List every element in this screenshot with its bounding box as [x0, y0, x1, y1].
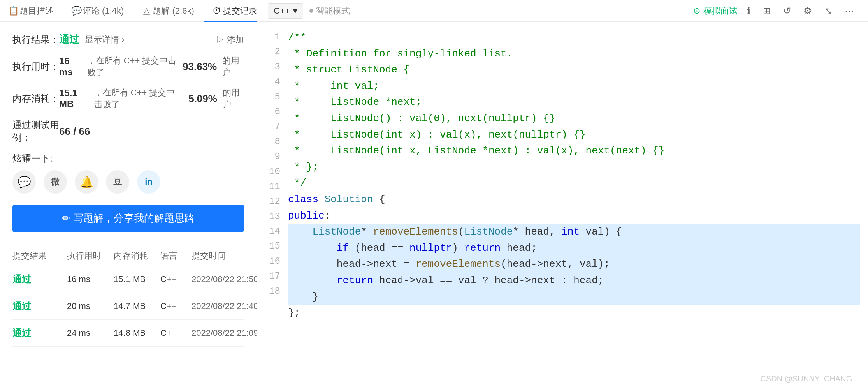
- code-line-11: class Solution {: [288, 192, 860, 208]
- code-line-14: if (head == nullptr) return head;: [288, 240, 860, 257]
- memory-suffix: 的用户: [223, 87, 244, 110]
- row3-result: 通过: [12, 327, 67, 339]
- lang-label: C++: [274, 6, 290, 16]
- code-editor[interactable]: 1 2 3 4 5 6 7 8 9 10 11 12 13 14 15 16 1…: [257, 22, 868, 388]
- time-value-container: 16 ms ，在所有 C++ 提交中击败了 93.63% 的用户: [59, 55, 244, 78]
- row1-result: 通过: [12, 273, 67, 286]
- col-result: 提交结果: [12, 250, 67, 262]
- table-header: 提交结果 执行用时 内存消耗 语言 提交时间 备注: [12, 246, 244, 266]
- memory-value: 15.1 MB: [59, 88, 89, 109]
- row3-date: 2022/08/22 21:09: [192, 328, 257, 338]
- code-line-1: /**: [288, 30, 860, 46]
- settings-icon[interactable]: ⚙: [800, 4, 815, 18]
- editor-toolbar: C++ ▾ 智能模式 ⊙ 模拟面试 ℹ ⊞ ↺ ⚙ ⤡ ⋯: [257, 0, 868, 22]
- ln-8: 8: [265, 134, 280, 149]
- col-time: 执行用时: [67, 250, 114, 262]
- submissions-icon: ⏱: [213, 7, 221, 15]
- expand-icon[interactable]: ⤡: [821, 4, 835, 18]
- ln-6: 6: [265, 104, 280, 119]
- share-notification-button[interactable]: 🔔: [75, 170, 98, 194]
- chevron-down-icon: ▾: [293, 6, 297, 16]
- ln-13: 13: [265, 209, 280, 224]
- tab-description[interactable]: 📋 题目描述: [0, 1, 63, 22]
- smart-mode-toggle[interactable]: 智能模式: [309, 5, 350, 17]
- share-icons-row: 💬 微 🔔 豆 in: [12, 170, 244, 194]
- col-date: 提交时间: [192, 250, 257, 262]
- col-memory: 内存消耗: [114, 250, 160, 262]
- table-row[interactable]: 通过 24 ms 14.8 MB C++ 2022/08/22 21:09 ▷: [12, 320, 244, 347]
- mock-test-button[interactable]: ⊙ 模拟面试: [693, 5, 738, 17]
- pass-badge: 通过: [59, 33, 79, 46]
- ln-2: 2: [265, 44, 280, 59]
- row2-time: 20 ms: [67, 301, 114, 311]
- ln-1: 1: [265, 30, 280, 44]
- ln-3: 3: [265, 60, 280, 74]
- code-lines[interactable]: /** * Definition for singly-linked list.…: [284, 22, 868, 329]
- exec-time-row: 执行用时： 16 ms ，在所有 C++ 提交中击败了 93.63% 的用户: [12, 55, 244, 78]
- write-solution-button[interactable]: ✏ 写题解，分享我的解题思路: [12, 205, 244, 232]
- ln-18: 18: [265, 284, 280, 299]
- ln-11: 11: [265, 179, 280, 194]
- memory-desc: ，在所有 C++ 提交中击败了: [94, 87, 183, 110]
- description-icon: 📋: [9, 7, 17, 15]
- time-desc: ，在所有 C++ 提交中击败了: [87, 55, 177, 78]
- mode-label: 智能模式: [316, 5, 350, 17]
- info-icon[interactable]: ℹ: [744, 4, 754, 18]
- col-lang: 语言: [160, 250, 192, 262]
- ln-14: 14: [265, 224, 280, 239]
- exec-result-label: 执行结果：: [12, 34, 59, 46]
- ln-12: 12: [265, 194, 280, 209]
- mode-indicator: [309, 9, 313, 13]
- ln-16: 16: [265, 254, 280, 269]
- watermark: CSDN @SUNNY_CHANG...: [760, 374, 859, 383]
- add-button[interactable]: ▷ 添加: [216, 34, 244, 46]
- right-panel: C++ ▾ 智能模式 ⊙ 模拟面试 ℹ ⊞ ↺ ⚙ ⤡ ⋯ 1 2 3 4 5: [257, 0, 868, 388]
- row3-time: 24 ms: [67, 328, 114, 338]
- ln-5: 5: [265, 90, 280, 104]
- memory-value-container: 15.1 MB ，在所有 C++ 提交中击败了 5.09% 的用户: [59, 87, 244, 110]
- row1-memory: 15.1 MB: [114, 274, 160, 284]
- memory-row: 内存消耗： 15.1 MB ，在所有 C++ 提交中击败了 5.09% 的用户: [12, 87, 244, 110]
- refresh-icon[interactable]: ↺: [780, 4, 794, 18]
- code-line-8: * ListNode(int x, ListNode *next) : val(…: [288, 143, 860, 159]
- tab-solutions[interactable]: △ 题解 (2.6k): [133, 1, 203, 22]
- time-percent: 93.63%: [183, 61, 217, 73]
- code-line-9: * };: [288, 159, 860, 176]
- show-detail-link[interactable]: 显示详情 ›: [85, 34, 124, 46]
- exec-result-row: 执行结果： 通过 显示详情 › ▷ 添加: [12, 33, 244, 46]
- ln-9: 9: [265, 149, 280, 164]
- left-panel: 📋 题目描述 💬 评论 (1.4k) △ 题解 (2.6k) ⏱ 提交记录 执行…: [0, 0, 257, 388]
- code-line-5: * ListNode *next;: [288, 94, 860, 111]
- time-suffix: 的用户: [222, 55, 244, 78]
- share-linkedin-button[interactable]: in: [137, 170, 160, 194]
- ln-17: 17: [265, 269, 280, 284]
- share-douban-button[interactable]: 豆: [106, 170, 129, 194]
- test-count: 66 / 66: [59, 125, 90, 138]
- line-numbers: 1 2 3 4 5 6 7 8 9 10 11 12 13 14 15 16 1…: [257, 22, 284, 329]
- solutions-icon: △: [142, 7, 150, 15]
- table-row[interactable]: 通过 20 ms 14.7 MB C++ 2022/08/22 21:40 ▷: [12, 293, 244, 320]
- language-selector[interactable]: C++ ▾: [268, 3, 303, 19]
- mock-test-icon: ⊙: [693, 6, 700, 16]
- share-wechat-button[interactable]: 💬: [12, 170, 36, 194]
- memory-percent: 5.09%: [188, 93, 217, 105]
- exec-result-value: 通过 显示详情 ›: [59, 33, 124, 46]
- mock-test-label: 模拟面试: [703, 5, 738, 17]
- row1-date: 2022/08/22 21:50: [192, 274, 257, 284]
- row2-result: 通过: [12, 300, 67, 312]
- comments-icon: 💬: [72, 7, 80, 15]
- share-weibo-button[interactable]: 微: [44, 170, 67, 194]
- table-row[interactable]: 通过 16 ms 15.1 MB C++ 2022/08/22 21:50 ▷: [12, 266, 244, 293]
- row2-memory: 14.7 MB: [114, 301, 160, 311]
- tab-comments[interactable]: 💬 评论 (1.4k): [63, 1, 133, 22]
- ln-4: 4: [265, 74, 280, 89]
- time-label: 执行用时：: [12, 60, 59, 73]
- row2-date: 2022/08/22 21:40: [192, 301, 257, 311]
- tab-submissions[interactable]: ⏱ 提交记录: [204, 1, 257, 22]
- ln-7: 7: [265, 119, 280, 134]
- row1-time: 16 ms: [67, 274, 114, 284]
- row3-lang: C++: [160, 328, 192, 338]
- row2-lang: C++: [160, 301, 192, 311]
- more-icon[interactable]: ⋯: [842, 4, 857, 18]
- format-icon[interactable]: ⊞: [760, 4, 774, 18]
